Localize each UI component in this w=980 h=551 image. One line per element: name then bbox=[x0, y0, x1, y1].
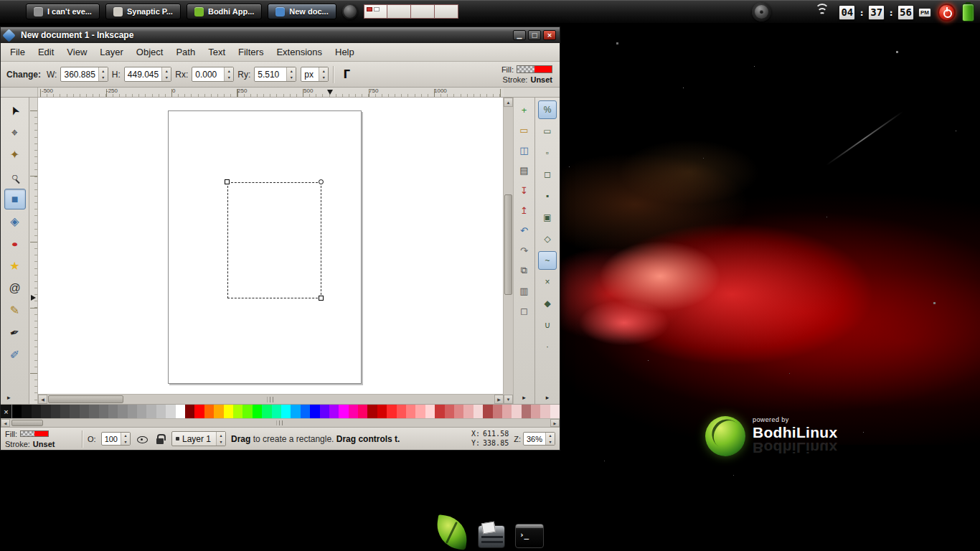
spin-down-icon[interactable]: ▾ bbox=[287, 75, 296, 82]
palette-scroll-track[interactable] bbox=[10, 419, 550, 427]
close-button[interactable]: × bbox=[543, 30, 556, 40]
horizontal-scrollbar-thumb[interactable] bbox=[48, 395, 123, 403]
palette-scrollbar-thumb[interactable] bbox=[11, 420, 43, 426]
palette-swatch-26[interactable] bbox=[262, 405, 271, 418]
tool-calligraphy[interactable]: ✐ bbox=[4, 344, 26, 365]
pager-desktop-3[interactable] bbox=[411, 4, 435, 19]
width-spinbox[interactable]: 360.885▴▾ bbox=[60, 67, 108, 82]
dock-bodhi-menu-icon[interactable] bbox=[434, 514, 470, 550]
spin-up-icon[interactable]: ▴ bbox=[162, 67, 171, 75]
tool-tweak[interactable]: ✦ bbox=[4, 144, 26, 165]
menu-help[interactable]: Help bbox=[329, 44, 361, 60]
palette-scroll-right-icon[interactable]: ▶ bbox=[550, 419, 560, 427]
snap-expander-icon[interactable]: ▸ bbox=[546, 392, 550, 404]
tool-pencil[interactable]: ✎ bbox=[4, 300, 26, 321]
tool-selector[interactable]: ➤ bbox=[4, 100, 26, 121]
pager-desktop-1[interactable] bbox=[364, 4, 387, 19]
paste-button[interactable]: ▥ bbox=[516, 282, 533, 299]
vertical-scrollbar-thumb[interactable] bbox=[504, 194, 512, 295]
copy-button[interactable]: ⧉ bbox=[516, 262, 533, 279]
zoom-page-button[interactable]: ◻ bbox=[516, 302, 533, 319]
toolbox-expander-icon[interactable]: ▸ bbox=[1, 392, 11, 404]
menu-view[interactable]: View bbox=[60, 44, 93, 60]
menu-filters[interactable]: Filters bbox=[232, 44, 270, 60]
horizontal-scrollbar[interactable]: ◀ ▶ bbox=[38, 394, 504, 404]
dock-file-manager-icon[interactable] bbox=[478, 525, 505, 548]
palette-swatch-5[interactable] bbox=[60, 405, 70, 418]
vertical-scrollbar[interactable]: ▲ ▼ bbox=[504, 98, 514, 404]
titlebar[interactable]: New document 1 - Inkscape ▁□× bbox=[1, 27, 560, 43]
palette-swatch-19[interactable] bbox=[194, 405, 204, 418]
palette-swatch-7[interactable] bbox=[80, 405, 89, 418]
palette-swatch-45[interactable] bbox=[445, 405, 454, 418]
taskbar-window-3[interactable]: Bodhi App... bbox=[187, 4, 262, 19]
menu-path[interactable]: Path bbox=[169, 44, 202, 60]
document-open-button[interactable]: ▭ bbox=[516, 121, 533, 138]
pager-desktop-4[interactable] bbox=[435, 4, 458, 19]
palette-swatch-21[interactable] bbox=[214, 405, 223, 418]
opacity-value[interactable]: 100 bbox=[102, 433, 121, 445]
spin-up-icon[interactable]: ▴ bbox=[287, 67, 296, 75]
menu-layer[interactable]: Layer bbox=[93, 44, 130, 60]
tool-spiral[interactable]: @ bbox=[4, 278, 26, 298]
resize-handle-bottom-right[interactable] bbox=[319, 296, 324, 301]
vertical-ruler[interactable] bbox=[29, 98, 38, 404]
corner-radius-handle[interactable] bbox=[319, 179, 324, 184]
palette-swatch-34[interactable] bbox=[339, 405, 348, 418]
statusbar-stroke-value[interactable]: Unset bbox=[33, 440, 55, 448]
canvas[interactable] bbox=[38, 98, 504, 394]
palette-swatch-2[interactable] bbox=[32, 405, 41, 418]
redo-button[interactable]: ↷ bbox=[516, 242, 533, 259]
layer-visibility-eye-icon[interactable] bbox=[136, 433, 149, 446]
spin-up-icon[interactable]: ▴ bbox=[546, 433, 555, 439]
snap-cusp-nodes-button[interactable]: ◆ bbox=[538, 294, 557, 313]
palette-swatch-51[interactable] bbox=[502, 405, 512, 418]
palette-scroll-left-icon[interactable]: ◀ bbox=[1, 419, 10, 427]
palette-swatch-0[interactable] bbox=[12, 405, 22, 418]
menu-edit[interactable]: Edit bbox=[32, 44, 60, 60]
palette-swatch-6[interactable] bbox=[70, 405, 79, 418]
palette-swatch-14[interactable] bbox=[146, 405, 156, 418]
spin-down-icon[interactable]: ▾ bbox=[121, 439, 130, 446]
tool-node-editor[interactable]: ⌖ bbox=[4, 122, 26, 143]
snap-bbox-centers-button[interactable]: ▣ bbox=[538, 208, 557, 227]
palette-swatch-4[interactable] bbox=[51, 405, 60, 418]
export-button[interactable]: ↥ bbox=[516, 202, 533, 219]
minimize-button[interactable]: ▁ bbox=[513, 30, 526, 40]
palette-swatch-17[interactable] bbox=[176, 405, 185, 418]
ry-spinbox[interactable]: 5.510▴▾ bbox=[254, 67, 296, 82]
menu-extensions[interactable]: Extensions bbox=[270, 44, 329, 60]
palette-swatch-3[interactable] bbox=[41, 405, 50, 418]
palette-swatch-50[interactable] bbox=[493, 405, 502, 418]
menu-object[interactable]: Object bbox=[130, 44, 170, 60]
palette-swatch-37[interactable] bbox=[367, 405, 377, 418]
statusbar-fill-swatch[interactable] bbox=[20, 430, 49, 437]
commands-expander-icon[interactable]: ▸ bbox=[522, 392, 526, 404]
spin-up-icon[interactable]: ▴ bbox=[99, 67, 108, 75]
palette-swatch-53[interactable] bbox=[522, 405, 531, 418]
volume-knob-icon[interactable] bbox=[752, 2, 771, 22]
palette-swatch-56[interactable] bbox=[550, 405, 560, 418]
layer-lock-icon[interactable] bbox=[154, 433, 166, 446]
no-color-swatch[interactable]: × bbox=[1, 405, 12, 418]
maximize-button[interactable]: □ bbox=[528, 30, 541, 40]
stroke-value[interactable]: Unset bbox=[530, 75, 552, 84]
not-rounded-button[interactable]: Γ bbox=[338, 66, 355, 83]
zoom-spinbox[interactable]: 36% ▴ ▾ bbox=[523, 432, 555, 446]
snap-bbox-button[interactable]: ▭ bbox=[538, 122, 557, 141]
ry-value[interactable]: 5.510 bbox=[255, 67, 286, 81]
horizontal-ruler[interactable]: -500-25002505007501000 bbox=[38, 88, 504, 97]
palette-swatch-48[interactable] bbox=[473, 405, 483, 418]
snap-bbox-edges-button[interactable]: ▫ bbox=[538, 143, 557, 162]
palette-swatch-54[interactable] bbox=[531, 405, 540, 418]
pager-desktop-2[interactable] bbox=[387, 4, 411, 19]
unit-select[interactable]: px ▴ ▾ bbox=[301, 67, 329, 82]
scroll-right-icon[interactable]: ▶ bbox=[494, 395, 504, 404]
palette-swatch-15[interactable] bbox=[156, 405, 166, 418]
palette-swatch-1[interactable] bbox=[22, 405, 31, 418]
snap-midpoints-button[interactable]: · bbox=[538, 337, 557, 356]
tool-zoom[interactable]: ○ bbox=[4, 166, 26, 187]
palette-swatch-35[interactable] bbox=[349, 405, 358, 418]
rectangle-selection[interactable] bbox=[227, 182, 321, 298]
palette-swatch-10[interactable] bbox=[108, 405, 118, 418]
